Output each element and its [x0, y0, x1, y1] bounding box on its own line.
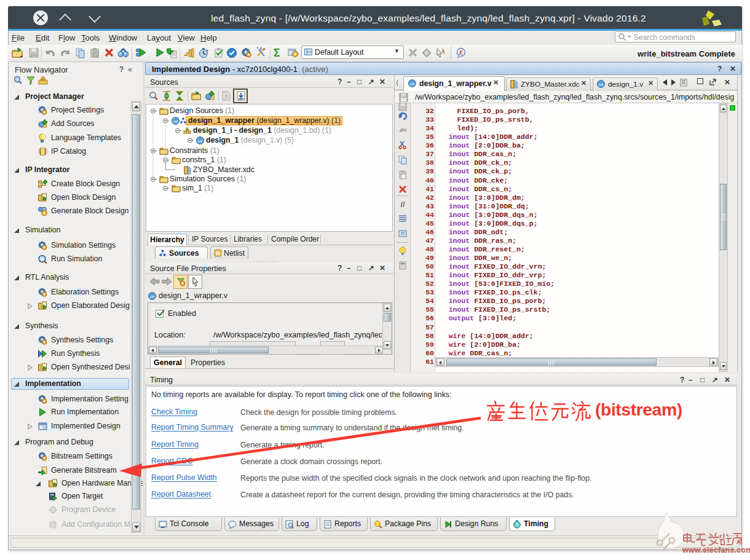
svg-text:ve: ve [173, 119, 178, 124]
svg-text:ve: ve [150, 294, 155, 299]
svg-text:E: E [459, 49, 464, 56]
svg-text:?: ? [224, 93, 228, 100]
svg-text:N: N [216, 250, 220, 256]
svg-text://: // [400, 200, 405, 209]
svg-text:ve: ve [599, 82, 604, 87]
svg-text:ve: ve [410, 81, 415, 87]
svg-text:ve: ve [198, 138, 203, 144]
